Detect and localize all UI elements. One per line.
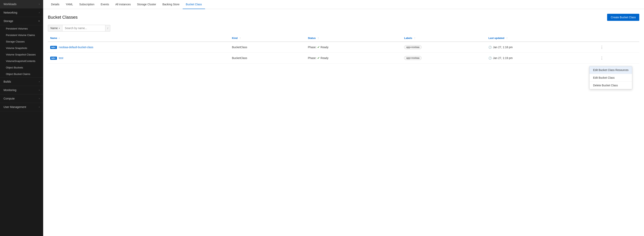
sidebar-item-label: User Management — [4, 105, 26, 108]
sidebar-item-label: Monitoring — [4, 88, 16, 92]
sidebar-item-volume-snapshots[interactable]: Volume Snapshots — [0, 45, 43, 51]
actions-cell: ⋮ — [596, 53, 639, 64]
status-text: Phase: — [308, 46, 316, 49]
nbc-badge: NBC — [50, 57, 57, 60]
chevron-right-icon: › — [39, 3, 40, 6]
chevron-right-icon: › — [39, 11, 40, 14]
kind-cell: BucketClass — [230, 42, 306, 53]
page-title: Bucket Classes — [48, 15, 78, 20]
clock-icon: 🕐 — [488, 56, 492, 60]
sidebar-item-label: Builds — [4, 80, 11, 83]
filter-row: Name ▾ / — [48, 25, 639, 32]
tab-storage-cluster[interactable]: Storage Cluster — [134, 0, 159, 9]
nbc-badge: NBC — [50, 46, 57, 49]
name-cell: NBC noobaa-default-bucket-class — [48, 42, 230, 53]
context-menu: Edit Bucket Class Resources Edit Bucket … — [589, 66, 632, 89]
context-menu-item-delete[interactable]: Delete Bucket Class — [590, 82, 632, 89]
sidebar-item-label: Networking — [4, 11, 17, 14]
col-actions — [596, 35, 639, 42]
chevron-down-icon: ▾ — [38, 20, 40, 22]
status-cell: Phase: ✔ Ready — [306, 42, 402, 53]
col-last-updated[interactable]: Last updated ⋮ — [486, 35, 596, 42]
tab-details[interactable]: Details — [48, 0, 62, 9]
clock-icon: 🕐 — [488, 46, 492, 49]
status-value: Ready — [321, 46, 328, 49]
status-text: Phase: — [308, 56, 316, 60]
sidebar-item-label: Storage — [4, 20, 13, 23]
tab-subscription[interactable]: Subscription — [76, 0, 98, 9]
tab-bucket-class[interactable]: Bucket Class — [183, 0, 205, 9]
table-header: Name ↑ Kind ⋮ Status ⋮ Labels ⋮ — [48, 35, 639, 42]
tab-all-instances[interactable]: All instances — [112, 0, 134, 9]
status-ready: Phase: ✔ Ready — [308, 45, 400, 49]
check-circle-icon: ✔ — [317, 56, 320, 60]
create-bucket-class-button[interactable]: Create Bucket Class — [607, 14, 639, 21]
content-area: Bucket Classes Create Bucket Class Name … — [43, 9, 644, 236]
search-input[interactable] — [62, 25, 105, 32]
timestamp: Jan 27, 1:19 pm — [493, 56, 512, 60]
timestamp: Jan 27, 1:18 pm — [493, 46, 512, 49]
bucket-class-name-link[interactable]: test — [59, 56, 64, 60]
search-slash: / — [105, 25, 110, 32]
tab-events[interactable]: Events — [98, 0, 112, 9]
chevron-down-icon: ▾ — [59, 27, 60, 29]
label-chip: app=noobaa — [404, 56, 422, 60]
sidebar-item-user-management[interactable]: User Management › — [0, 103, 43, 111]
sidebar-item-compute[interactable]: Compute › — [0, 94, 43, 103]
context-menu-item-edit-resources[interactable]: Edit Bucket Class Resources — [590, 66, 632, 74]
time-cell: 🕐 Jan 27, 1:19 pm — [488, 56, 594, 60]
tabs-bar: Details YAML Subscription Events All ins… — [43, 0, 644, 9]
label-chip: app=noobaa — [404, 45, 422, 49]
sidebar-item-persistent-volumes[interactable]: Persistent Volumes — [0, 25, 43, 32]
actions-cell: ⋮ — [596, 42, 639, 53]
filter-icon: ⋮ — [239, 37, 241, 39]
col-status[interactable]: Status ⋮ — [306, 35, 402, 42]
sidebar-item-object-buckets[interactable]: Object Buckets — [0, 64, 43, 71]
col-kind[interactable]: Kind ⋮ — [230, 35, 306, 42]
filter-icon: ⋮ — [414, 37, 416, 39]
sidebar-item-storage[interactable]: Storage ▾ — [0, 17, 43, 25]
sidebar-item-volume-snapshot-classes[interactable]: Volume Snapshot Classes — [0, 51, 43, 58]
sidebar-item-label: Workloads — [4, 3, 16, 6]
sidebar-item-volume-snapshot-contents[interactable]: VolumeSnapshotContents — [0, 58, 43, 64]
context-menu-item-edit[interactable]: Edit Bucket Class — [590, 74, 632, 82]
sidebar-item-workloads[interactable]: Workloads › — [0, 0, 43, 9]
col-labels[interactable]: Labels ⋮ — [402, 35, 486, 42]
table-body: NBC noobaa-default-bucket-class BucketCl… — [48, 42, 639, 64]
sidebar-item-networking[interactable]: Networking › — [0, 9, 43, 17]
sidebar-item-storage-classes[interactable]: Storage Classes — [0, 38, 43, 45]
chevron-right-icon: › — [39, 80, 40, 83]
chevron-right-icon: › — [39, 106, 40, 108]
labels-cell: app=noobaa — [402, 42, 486, 53]
status-ready: Phase: ✔ Ready — [308, 56, 400, 60]
status-cell: Phase: ✔ Ready — [306, 53, 402, 64]
kebab-menu-button[interactable]: ⋮ — [598, 44, 605, 50]
last-updated-cell: 🕐 Jan 27, 1:19 pm — [486, 53, 596, 64]
sidebar-item-builds[interactable]: Builds › — [0, 77, 43, 86]
bucket-class-name-link[interactable]: noobaa-default-bucket-class — [59, 46, 94, 49]
col-name[interactable]: Name ↑ — [48, 35, 230, 42]
check-circle-icon: ✔ — [317, 45, 320, 49]
main-content: Details YAML Subscription Events All ins… — [43, 0, 644, 236]
chevron-right-icon: › — [39, 97, 40, 100]
labels-cell: app=noobaa — [402, 53, 486, 64]
filter-icon: ⋮ — [317, 37, 319, 39]
sidebar: Workloads › Networking › Storage ▾ Persi… — [0, 0, 43, 236]
time-cell: 🕐 Jan 27, 1:18 pm — [488, 46, 594, 49]
status-value: Ready — [321, 56, 328, 60]
name-cell: NBC test — [48, 53, 230, 64]
kind-cell: BucketClass — [230, 53, 306, 64]
sort-icon: ↑ — [59, 37, 60, 39]
table-row: NBC noobaa-default-bucket-class BucketCl… — [48, 42, 639, 53]
sidebar-item-object-bucket-claims[interactable]: Object Bucket Claims — [0, 71, 43, 77]
filter-name-dropdown[interactable]: Name ▾ — [48, 25, 62, 32]
sidebar-item-monitoring[interactable]: Monitoring › — [0, 86, 43, 94]
filter-icon: ⋮ — [506, 37, 508, 39]
kebab-menu-button[interactable]: ⋮ — [598, 55, 605, 61]
sidebar-item-label: Compute — [4, 97, 15, 100]
tab-yaml[interactable]: YAML — [62, 0, 76, 9]
chevron-right-icon: › — [39, 89, 40, 91]
sidebar-item-persistent-volume-claims[interactable]: Persistent Volume Claims — [0, 32, 43, 38]
tab-backing-store[interactable]: Backing Store — [159, 0, 183, 9]
bucket-classes-table: Name ↑ Kind ⋮ Status ⋮ Labels ⋮ — [48, 35, 639, 64]
